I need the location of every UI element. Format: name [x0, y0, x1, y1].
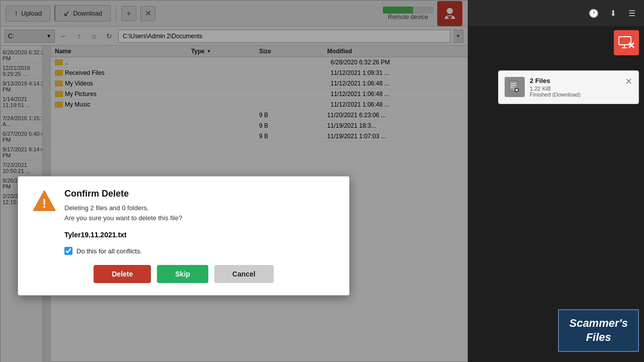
- dialog-text: Confirm Delete Deleting 2 files and 0 fo…: [64, 189, 182, 223]
- menu-icon[interactable]: ☰: [625, 6, 639, 20]
- transfer-card-close-button[interactable]: ✕: [625, 77, 632, 86]
- dialog-message-line1: Deleting 2 files and 0 folders.: [64, 203, 182, 213]
- col-size-header: Size: [259, 48, 327, 55]
- file-name-2: My Videos: [65, 80, 198, 87]
- folder-icon: [55, 70, 63, 76]
- file-modified-1: 11/12/2021 1:09:31 ...: [331, 69, 463, 76]
- col-modified-header: Modified: [327, 48, 463, 55]
- right-panel: 🕐 ⬇ ☰: [468, 0, 644, 362]
- transfer-card-icon: [505, 77, 525, 97]
- do-this-for-all-checkbox[interactable]: [64, 247, 72, 255]
- toolbar: ↑ Upload ↙ Download + ✕ Remote device: [1, 1, 467, 27]
- upload-icon: ↑: [14, 9, 18, 18]
- transfer-size: 1.22 KiB: [530, 85, 620, 92]
- progress-fill: [383, 7, 413, 14]
- nav-refresh-button[interactable]: ↻: [103, 30, 115, 42]
- dialog-filename: Tyler19.11.2021.txt: [32, 231, 335, 239]
- topbar-icons: 🕐 ⬇ ☰: [587, 6, 639, 20]
- transfer-status: Finished (Download): [530, 92, 620, 98]
- toolbar-separator: [116, 6, 116, 21]
- dialog-title: Confirm Delete: [64, 189, 182, 199]
- table-row[interactable]: 9 B 11/19/2021 18:3...: [51, 121, 467, 131]
- download-label: Download: [73, 10, 102, 17]
- download-topbar-icon[interactable]: ⬇: [606, 6, 620, 20]
- file-size-6: 9 B: [259, 122, 327, 129]
- download-icon: ↙: [63, 9, 70, 18]
- sidebar-date-1: 12/21/2016 9:29:25 ...: [3, 63, 48, 79]
- delete-button[interactable]: Delete: [94, 265, 151, 283]
- file-name-0: ..: [65, 59, 198, 66]
- dialog-message-line2: Are you sure you want to delete this fil…: [64, 213, 182, 223]
- sidebar-date-0: 6/28/2020 6:32:26 PM: [3, 48, 48, 63]
- monitor-area: [468, 26, 644, 59]
- table-row[interactable]: .. 6/28/2020 6:32:26 PM: [51, 57, 467, 68]
- remote-device-info: Remote device: [383, 7, 433, 21]
- sidebar-date-8: 7/23/2021 10:50:21 ...: [3, 160, 48, 176]
- add-tab-button[interactable]: +: [121, 6, 136, 21]
- folder-icon: [55, 80, 63, 86]
- svg-point-0: [447, 8, 453, 14]
- nav-back-button[interactable]: ←: [58, 30, 70, 42]
- monitor-x-icon: [618, 36, 635, 50]
- warning-icon: !: [32, 189, 56, 213]
- remote-device-area: Remote device: [383, 1, 462, 26]
- col-type-sort-icon: ▼: [207, 49, 211, 54]
- monitor-x-button[interactable]: [614, 30, 639, 55]
- transfer-card: 2 Files 1.22 KiB Finished (Download) ✕: [498, 70, 639, 104]
- sidebar-date-7: 9/17/2021 8:14:47 PM: [3, 145, 48, 160]
- table-row[interactable]: My Music 11/12/2021 1:06:48 ...: [51, 100, 467, 110]
- file-modified-2: 11/12/2021 1:06:48 ...: [331, 80, 463, 87]
- file-modified-3: 11/12/2021 1:06:48 ...: [331, 90, 463, 98]
- dialog-header: ! Confirm Delete Deleting 2 files and 0 …: [32, 189, 335, 223]
- drive-dropdown-icon: ▼: [46, 33, 51, 39]
- table-row[interactable]: 9 B 11/20/2021 6:23:06 ...: [51, 110, 467, 121]
- transfer-title: 2 Files: [530, 77, 620, 84]
- confirm-delete-dialog: ! Confirm Delete Deleting 2 files and 0 …: [18, 176, 350, 296]
- upload-button[interactable]: ↑ Upload: [6, 6, 50, 22]
- dialog-checkbox-label: Do this for all conflicts.: [76, 247, 142, 255]
- file-name-3: My Pictures: [65, 90, 198, 98]
- col-name-header: Name: [55, 48, 191, 55]
- nav-up-button[interactable]: ↑: [73, 30, 85, 42]
- file-modified-4: 11/12/2021 1:06:48 ...: [331, 101, 463, 108]
- sidebar-date-3: 1/14/2021 11:19:51 ...: [3, 95, 48, 110]
- col-type-header[interactable]: Type ▼: [191, 48, 259, 55]
- sidebar-date-4: [3, 110, 48, 114]
- file-size-5: 9 B: [259, 112, 327, 119]
- table-row[interactable]: 9 B 11/19/2021 1:07:03 ...: [51, 131, 467, 142]
- sidebar-date-6: 6/27/2020 5:40:47 PM: [3, 129, 48, 145]
- svg-rect-10: [511, 87, 514, 88]
- remote-device-label: Remote device: [383, 14, 433, 21]
- upload-label: Upload: [21, 10, 42, 17]
- folder-icon: [55, 102, 63, 108]
- file-table-header: Name Type ▼ Size Modified: [51, 46, 467, 57]
- remote-device-button[interactable]: [437, 1, 462, 26]
- watermark-line2: Files: [569, 330, 628, 345]
- file-size-7: 9 B: [259, 133, 327, 140]
- table-row[interactable]: Received Files 11/12/2021 1:09:31 ...: [51, 68, 467, 78]
- folder-icon: [55, 91, 63, 97]
- drive-selector[interactable]: C: ▼: [5, 30, 55, 43]
- address-dropdown-button[interactable]: ▼: [453, 30, 463, 43]
- watermark-line1: Scammer's: [569, 316, 628, 331]
- svg-rect-8: [511, 83, 516, 84]
- download-button[interactable]: ↙ Download: [54, 5, 111, 22]
- cancel-button[interactable]: Cancel: [214, 265, 274, 283]
- dialog-buttons: Delete Skip Cancel: [32, 265, 335, 283]
- sidebar-date-5: 7/24/2016 1:15:1 A...: [3, 114, 48, 129]
- svg-text:!: !: [42, 197, 46, 210]
- history-icon[interactable]: 🕐: [587, 6, 601, 20]
- file-modified-7: 11/19/2021 1:07:03 ...: [327, 133, 463, 140]
- nav-home-button[interactable]: ⌂: [88, 30, 100, 42]
- right-panel-topbar: 🕐 ⬇ ☰: [468, 0, 644, 26]
- address-input[interactable]: [118, 30, 450, 43]
- folder-icon: [55, 59, 63, 65]
- table-row[interactable]: My Pictures 11/12/2021 1:06:48 ...: [51, 89, 467, 100]
- progress-bar: [383, 7, 433, 14]
- file-modified-5: 11/20/2021 6:23:06 ...: [327, 112, 463, 119]
- address-bar: C: ▼ ← ↑ ⌂ ↻ ▼: [1, 27, 467, 46]
- close-tab-button[interactable]: ✕: [140, 6, 155, 21]
- table-row[interactable]: My Videos 11/12/2021 1:06:48 ...: [51, 78, 467, 89]
- skip-button[interactable]: Skip: [157, 265, 208, 283]
- file-name-4: My Music: [65, 101, 198, 108]
